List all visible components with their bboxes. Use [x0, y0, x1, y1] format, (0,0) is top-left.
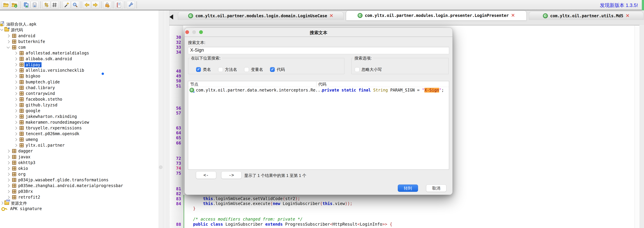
results-table: 节点 代码 C com.yltx.oil.partner.data.networ…: [188, 81, 449, 170]
go-to-button[interactable]: 转到: [398, 185, 418, 192]
tab-close-icon[interactable]: ✕: [626, 14, 630, 18]
checkbox-label: 忽略大小写: [362, 67, 382, 72]
result-code-snippet: private static final String PARAM_SIGN =…: [322, 88, 444, 92]
checkbox-icon[interactable]: [270, 67, 275, 72]
scope-checkbox-item[interactable]: 代码: [270, 67, 285, 72]
class-icon: C: [190, 88, 194, 92]
editor-tab[interactable]: C com.yltx.oil.partner.utils.Md5 ✕: [529, 12, 644, 20]
scope-checkbox-item[interactable]: 类名: [196, 67, 211, 72]
search-scope-group: 在以下位置搜索: 类名 方法名 变量名 代码: [188, 58, 344, 74]
scope-options: 类名 方法名 变量名 代码: [188, 58, 344, 74]
search-options-group: 搜索选项: 忽略大小写: [351, 58, 449, 74]
results-rows: C com.yltx.oil.partner.data.network.inte…: [188, 81, 449, 169]
class-icon: C: [188, 13, 193, 18]
editor-tab[interactable]: C com.yltx.oil.partner.modules.login.dom…: [178, 12, 344, 20]
checkbox-label: 代码: [277, 67, 285, 72]
tab-label: com.yltx.oil.partner.utils.Md5: [550, 14, 623, 18]
result-node-path: com.yltx.oil.partner.data.network.interc…: [196, 88, 323, 92]
next-results-button[interactable]: ->: [221, 171, 242, 179]
tab-label: com.yltx.oil.partner.modules.login.domai…: [196, 14, 327, 18]
result-row[interactable]: C com.yltx.oil.partner.data.network.inte…: [188, 87, 449, 93]
search-options: 忽略大小写: [352, 58, 448, 74]
results-status-text: 显示了 1 个结果中的第 1 至第 1 个: [244, 173, 306, 178]
checkbox-label: 变量名: [251, 67, 263, 72]
checkbox-icon[interactable]: [355, 67, 360, 72]
checkbox-label: 类名: [203, 67, 211, 72]
cancel-button[interactable]: 取消: [426, 185, 446, 192]
checkbox-icon[interactable]: [244, 67, 249, 72]
class-icon: C: [358, 13, 362, 18]
editor-tab[interactable]: C com.yltx.oil.partner.modules.login.pre…: [346, 11, 526, 20]
class-icon: C: [543, 13, 548, 18]
jadx-gui-window: 发现新版本 1.3.5! 油联合伙人.apk 源代码 android butte…: [0, 0, 644, 228]
checkbox-icon[interactable]: [196, 67, 201, 72]
search-field-label: 搜索文本:: [188, 40, 206, 45]
option-checkbox-item[interactable]: 忽略大小写: [355, 67, 382, 72]
search-text-dialog: 搜索文本 搜索文本: X-Sign 在以下位置搜索: 类名 方法名 变量名: [184, 28, 452, 195]
dialog-title-bar[interactable]: 搜索文本: [185, 28, 452, 37]
prev-results-button[interactable]: <-: [196, 171, 216, 179]
checkbox-icon[interactable]: [218, 67, 223, 72]
checkbox-label: 方法名: [225, 67, 237, 72]
scope-checkbox-item[interactable]: 方法名: [218, 67, 237, 72]
search-input[interactable]: X-Sign: [188, 47, 449, 54]
tab-close-icon[interactable]: ✕: [330, 14, 333, 18]
dialog-title: 搜索文本: [185, 30, 452, 36]
tab-close-icon[interactable]: ✕: [511, 13, 515, 18]
tab-label: com.yltx.oil.partner.modules.login.prese…: [365, 13, 509, 18]
scope-checkbox-item[interactable]: 变量名: [244, 67, 263, 72]
